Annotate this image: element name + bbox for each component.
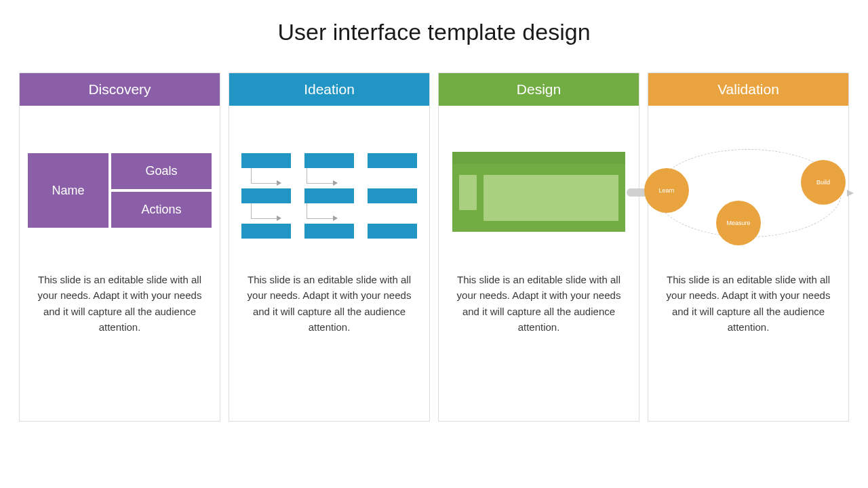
flow-box xyxy=(304,224,354,239)
column-ideation: Ideation xyxy=(229,73,430,422)
illustration-discovery: Name Goals Actions xyxy=(20,106,220,272)
column-discovery: Discovery Name Goals Actions This slide … xyxy=(19,73,220,422)
flow-box xyxy=(241,188,291,203)
circle-build: Build xyxy=(801,160,846,205)
circle-measure: Measure xyxy=(716,201,761,245)
column-heading-validation: Validation xyxy=(648,73,848,106)
column-heading-ideation: Ideation xyxy=(229,73,429,106)
flow-box xyxy=(241,224,291,239)
column-heading-discovery: Discovery xyxy=(20,73,220,106)
block-goals: Goals xyxy=(111,153,212,189)
flow-box xyxy=(241,153,291,168)
illustration-design xyxy=(439,106,639,272)
column-body-design: This slide is an editable slide with all… xyxy=(439,272,639,335)
columns-container: Discovery Name Goals Actions This slide … xyxy=(0,45,868,422)
illustration-ideation xyxy=(229,106,429,272)
arrow-icon xyxy=(333,216,338,221)
flow-box xyxy=(368,153,417,168)
slide-title: User interface template design xyxy=(0,0,868,45)
flow-box xyxy=(304,153,354,168)
column-body-ideation: This slide is an editable slide with all… xyxy=(229,272,429,335)
column-design: Design This slide is an editable slide w… xyxy=(438,73,639,422)
column-validation: Validation Learn Build Measure This slid… xyxy=(648,73,849,422)
flow-box xyxy=(368,224,417,239)
column-heading-design: Design xyxy=(439,73,639,106)
illustration-validation: Learn Build Measure xyxy=(648,106,848,272)
column-body-validation: This slide is an editable slide with all… xyxy=(648,272,848,335)
block-actions: Actions xyxy=(111,192,212,228)
flow-box xyxy=(368,188,417,203)
arrow-icon xyxy=(333,180,338,186)
circle-learn: Learn xyxy=(644,168,689,213)
flow-box xyxy=(304,188,354,203)
arrow-icon xyxy=(847,190,854,197)
column-body-discovery: This slide is an editable slide with all… xyxy=(20,272,220,335)
block-name: Name xyxy=(28,153,108,228)
